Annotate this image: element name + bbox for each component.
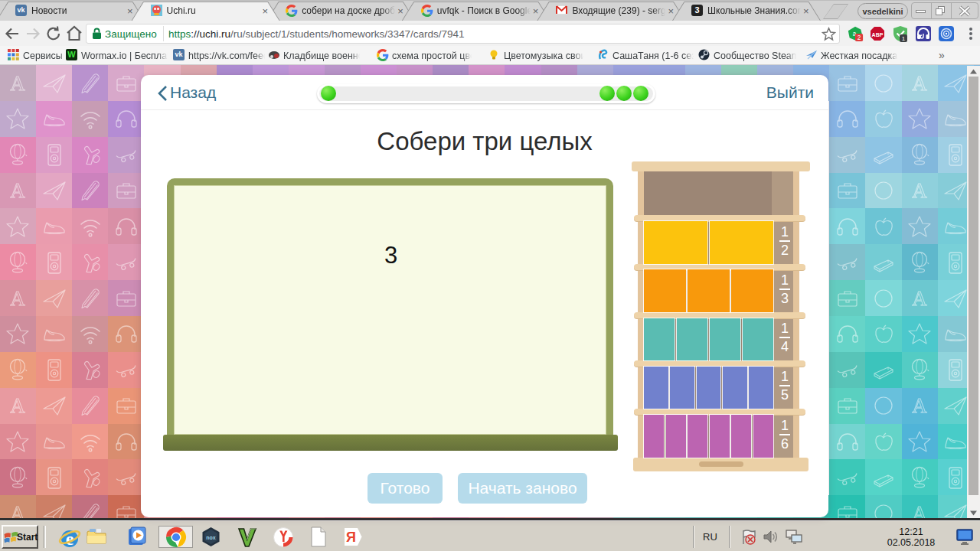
svg-text:ABP: ABP	[872, 32, 884, 37]
svg-text:A: A	[10, 179, 25, 202]
svg-text:A: A	[912, 179, 927, 202]
svg-text:Я: Я	[346, 530, 356, 545]
svg-text:A: A	[912, 502, 927, 518]
svg-text:A: A	[912, 287, 927, 310]
svg-text:nox: nox	[206, 535, 216, 540]
svg-text:A: A	[10, 502, 25, 518]
svg-text:A: A	[912, 72, 927, 95]
svg-text:1: 1	[902, 35, 906, 42]
svg-text:A: A	[10, 287, 25, 310]
svg-text:A: A	[912, 394, 927, 417]
svg-text:A: A	[10, 394, 25, 417]
svg-text:A: A	[10, 72, 25, 95]
svg-text:2: 2	[858, 34, 861, 41]
